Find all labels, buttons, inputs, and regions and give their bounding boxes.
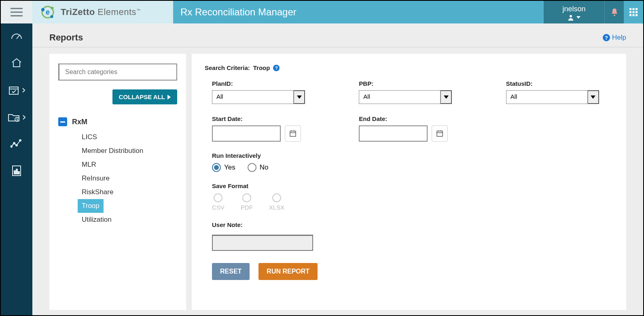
svg-rect-17 (633, 14, 635, 16)
nav-dashboard[interactable] (4, 32, 29, 40)
dropdown-button[interactable] (294, 90, 305, 104)
field-end-date: End Date: (359, 115, 461, 142)
page-title: Reports (49, 32, 83, 43)
svg-point-26 (19, 140, 21, 141)
search-categories-input[interactable] (58, 64, 177, 81)
report-icon (11, 165, 22, 176)
app-title: Rx Reconciliation Manager (173, 1, 544, 23)
dropdown-button[interactable] (588, 90, 599, 104)
user-icon (568, 14, 574, 21)
tree-leaf[interactable]: LICS (78, 130, 101, 144)
home-icon (11, 57, 22, 68)
radio-icon (212, 163, 221, 172)
criteria-panel: Search Criteria: Troop ? PlanID: All (192, 54, 626, 310)
format-csv-radio: CSV (212, 193, 225, 211)
radio-label: CSV (212, 204, 225, 211)
svg-point-25 (16, 144, 17, 146)
radio-icon (214, 193, 222, 202)
chevron-down-icon (591, 95, 595, 99)
reset-button[interactable]: RESET (212, 263, 250, 280)
chevron-down-icon (444, 95, 449, 99)
radio-label: XLSX (269, 204, 284, 211)
radio-label: PDF (241, 204, 253, 211)
help-icon: ? (603, 34, 610, 41)
nav-analytics[interactable] (4, 139, 29, 148)
folder-clock-icon (8, 112, 20, 122)
tree-leaf[interactable]: ReInsure (78, 172, 114, 185)
radio-label: No (260, 163, 269, 172)
tree-leaf[interactable]: MLR (78, 158, 100, 172)
calendar-check-icon (8, 85, 19, 95)
statusid-label: StatusID: (506, 80, 608, 87)
chevron-right-icon (22, 115, 25, 120)
end-date-picker-button[interactable] (432, 125, 448, 142)
calendar-icon (289, 130, 297, 137)
tree-leaf[interactable]: Member Distribution (78, 144, 147, 158)
svg-rect-30 (18, 172, 19, 174)
nav-calendar[interactable] (4, 85, 29, 95)
field-start-date: Start Date: (212, 115, 314, 142)
radio-icon (242, 193, 251, 202)
tree-root-rxm[interactable]: RxM (58, 117, 177, 126)
run-interactively-label: Run Interactively (212, 152, 613, 159)
collapse-icon (58, 117, 67, 126)
svg-rect-13 (629, 11, 631, 13)
planid-select[interactable]: All (212, 90, 305, 104)
svg-rect-18 (636, 14, 638, 16)
svg-point-23 (11, 146, 12, 147)
start-date-input[interactable] (212, 125, 281, 142)
menu-toggle-button[interactable] (1, 1, 32, 23)
tree-leaf[interactable]: Troop (78, 199, 104, 213)
bell-icon (610, 8, 619, 17)
radio-icon (248, 163, 256, 172)
nav-reports[interactable] (4, 165, 29, 176)
tree-root-label: RxM (72, 118, 87, 126)
collapse-all-label: COLLAPSE ALL (119, 93, 165, 100)
radio-icon (272, 193, 281, 202)
tree-leaf[interactable]: Utilization (78, 213, 116, 227)
top-bar: e TriZetto Elements™ Rx Reconciliation M… (1, 1, 643, 23)
nav-home[interactable] (4, 57, 29, 68)
pbp-select[interactable]: All (359, 90, 452, 104)
run-report-button[interactable]: RUN REPORT (258, 263, 318, 280)
svg-rect-12 (636, 8, 638, 10)
brand-logo: e TriZetto Elements™ (32, 1, 173, 23)
dropdown-button[interactable] (441, 90, 452, 104)
collapse-all-button[interactable]: COLLAPSE ALL (112, 89, 177, 104)
line-chart-icon (11, 139, 23, 148)
notifications-button[interactable] (604, 1, 624, 23)
svg-rect-10 (629, 8, 631, 10)
nav-history[interactable] (4, 112, 29, 122)
svg-line-19 (17, 35, 19, 39)
page-header: Reports ? Help (32, 23, 643, 47)
criteria-title: Search Criteria: Troop ? (205, 64, 613, 71)
run-yes-radio[interactable]: Yes (212, 163, 235, 172)
svg-text:e: e (46, 8, 50, 16)
category-tree: RxM LICSMember DistributionMLRReInsureRi… (58, 104, 177, 227)
svg-rect-14 (633, 11, 635, 13)
tree-leaf[interactable]: RiskShare (78, 185, 117, 199)
svg-point-24 (13, 142, 15, 144)
apps-grid-button[interactable] (624, 1, 643, 23)
help-link[interactable]: ? Help (603, 34, 626, 42)
svg-rect-29 (16, 169, 17, 174)
svg-point-9 (614, 15, 615, 16)
caret-right-icon (167, 95, 171, 100)
svg-rect-20 (9, 87, 18, 94)
field-planid: PlanID: All (212, 80, 314, 104)
categories-panel: COLLAPSE ALL RxM LICSMember Distribution… (49, 54, 186, 310)
start-date-picker-button[interactable] (285, 125, 301, 142)
user-note-input[interactable] (212, 235, 313, 251)
run-no-radio[interactable]: No (248, 163, 269, 172)
hamburger-icon (11, 8, 23, 17)
side-nav (1, 23, 32, 315)
planid-value: All (212, 90, 294, 104)
statusid-select[interactable]: All (506, 90, 599, 104)
info-icon[interactable]: ? (273, 65, 280, 71)
user-note-label: User Note: (212, 221, 613, 228)
field-pbp: PBP: All (359, 80, 461, 104)
brand-text: TriZetto Elements™ (61, 7, 141, 17)
end-date-input[interactable] (359, 125, 428, 142)
user-menu[interactable]: jnelson (544, 1, 604, 23)
caret-down-icon (576, 16, 580, 19)
